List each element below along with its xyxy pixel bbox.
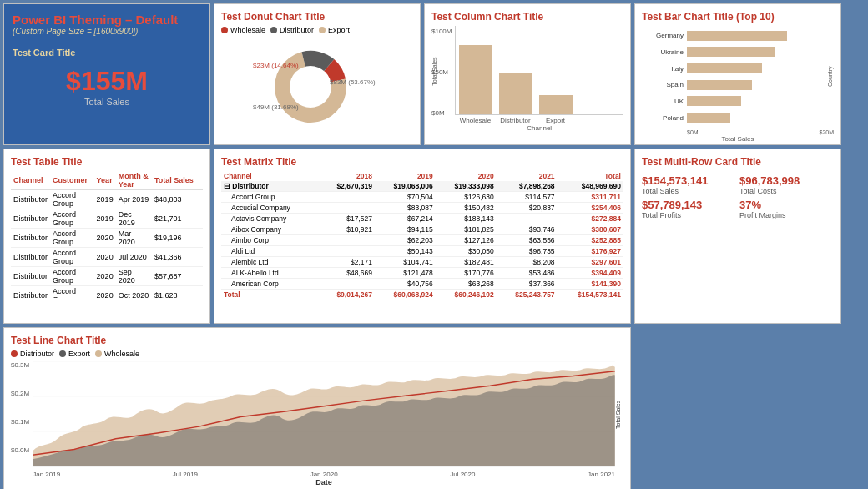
bar-row-poland: Poland bbox=[642, 113, 827, 123]
table-cell: $21,701 bbox=[152, 209, 203, 229]
col-bar-fill-wholesale bbox=[459, 45, 492, 114]
data-table: Channel Customer Year Month & Year Total… bbox=[11, 171, 203, 298]
table-cell: $57,687 bbox=[152, 267, 203, 286]
multirow-item-totalsales: $154,573,141 Total Sales bbox=[642, 174, 736, 195]
line-dot-distributor bbox=[11, 350, 18, 357]
legend-label-distributor: Distributor bbox=[280, 26, 314, 34]
multirow-item-profitmargins: 37% Profit Margins bbox=[739, 199, 834, 219]
table-cell: $41,366 bbox=[152, 248, 203, 267]
table-row: DistributorAccord Group2020Sep 2020$57,6… bbox=[11, 267, 203, 286]
bar-row-uk: UK bbox=[642, 96, 827, 106]
th-year: Year bbox=[94, 171, 116, 190]
table-scroll[interactable]: Channel Customer Year Month & Year Total… bbox=[11, 171, 203, 298]
legend-dot-wholesale bbox=[221, 27, 228, 33]
bar-label-germany: Germany bbox=[642, 32, 684, 39]
multirow-value-totalcosts: $96,783,998 bbox=[739, 174, 834, 187]
empty-cell bbox=[634, 327, 841, 489]
kpi-card-title: Test Card Title bbox=[13, 48, 201, 58]
title-card: Power BI Theming – Default (Custom Page … bbox=[3, 3, 210, 145]
x-tick-jan2021: Jan 2021 bbox=[588, 471, 615, 478]
matrix-scroll[interactable]: Channel 2018 2019 2020 2021 Total ⊟ Dist… bbox=[221, 171, 623, 298]
bar-fill-spain bbox=[687, 80, 752, 90]
matrix-row: Aldi Ltd$50,143$30,050$96,735$176,927 bbox=[221, 246, 623, 257]
line-legend-export: Export bbox=[59, 350, 90, 358]
table-cell: Accord Group bbox=[50, 267, 94, 286]
col-bar-fill-distributor bbox=[499, 73, 532, 114]
table-cell: Accord Group bbox=[50, 248, 94, 267]
matrix-row: Alembic Ltd$2,171$104,741$182,481$8,208$… bbox=[221, 257, 623, 268]
bar-x-label: Total Sales bbox=[642, 135, 834, 143]
svg-point-0 bbox=[290, 66, 331, 108]
table-cell: Accord Group bbox=[50, 286, 94, 299]
column-x-axis-label: Channel bbox=[455, 124, 623, 132]
col-label-distributor: Distributor bbox=[498, 117, 532, 124]
y-tick-1: $100M bbox=[431, 28, 452, 35]
donut-chart-card: Test Donut Chart Title Wholesale Distrib… bbox=[214, 3, 421, 145]
multirow-item-totalprofits: $57,789,143 Total Profits bbox=[642, 199, 736, 219]
line-legend-wholesale: Wholesale bbox=[95, 350, 139, 358]
matrix-row: ALK-Abello Ltd$48,669$121,478$170,776$53… bbox=[221, 268, 623, 279]
bar-title: Test Bar Chart Title (Top 10) bbox=[642, 11, 834, 23]
y-tick-00: $0.0M bbox=[11, 446, 29, 454]
matrix-card: Test Matrix Title Channel 2018 2019 2020… bbox=[214, 149, 631, 324]
multirow-value-totalprofits: $57,789,143 bbox=[642, 199, 736, 211]
donut-title: Test Donut Chart Title bbox=[221, 11, 413, 23]
line-label-export: Export bbox=[68, 350, 90, 358]
table-row: DistributorAccord Group2019Apr 2019$48,8… bbox=[11, 190, 203, 209]
table-cell: Distributor bbox=[11, 286, 50, 299]
main-title: Power BI Theming – Default bbox=[13, 13, 201, 27]
table-row: DistributorAccord Group2020Mar 2020$19,1… bbox=[11, 229, 203, 248]
th-channel: Channel bbox=[11, 171, 50, 190]
bar-row-ukraine: Ukraine bbox=[642, 47, 827, 57]
table-cell: Distributor bbox=[11, 209, 50, 229]
y-tick-03: $0.3M bbox=[11, 361, 29, 369]
table-cell: $48,803 bbox=[152, 190, 203, 209]
bar-row-spain: Spain bbox=[642, 80, 827, 90]
bar-label-spain: Spain bbox=[642, 81, 684, 88]
table-body: DistributorAccord Group2019Apr 2019$48,8… bbox=[11, 190, 203, 299]
table-cell: Sep 2020 bbox=[116, 267, 152, 286]
table-cell: 2020 bbox=[94, 229, 116, 248]
matrix-row: Aibox Company$10,921$94,115$181,825$93,7… bbox=[221, 224, 623, 235]
multirow-label-totalprofits: Total Profits bbox=[642, 211, 736, 219]
table-row: DistributorAccord Group2020Jul 2020$41,3… bbox=[11, 248, 203, 267]
svg-text:$23M (14.64%): $23M (14.64%) bbox=[253, 62, 299, 69]
y-tick-02: $0.2M bbox=[11, 390, 29, 397]
table-cell: $1,628 bbox=[152, 286, 203, 299]
line-svg bbox=[33, 361, 615, 467]
legend-dot-export bbox=[319, 27, 326, 33]
svg-text:$49M (31.68%): $49M (31.68%) bbox=[253, 103, 299, 111]
bar-x-ticks: $0M $20M bbox=[642, 129, 834, 135]
matrix-row: Actavis Company$17,527$67,214$188,143$27… bbox=[221, 214, 623, 224]
legend-wholesale: Wholesale bbox=[221, 26, 265, 34]
table-cell: Jul 2020 bbox=[116, 248, 152, 267]
column-title: Test Column Chart Title bbox=[431, 11, 623, 23]
col-bar-wholesale bbox=[459, 45, 492, 114]
bar-y-label: Country bbox=[827, 26, 834, 128]
mth-total: Total bbox=[558, 171, 623, 181]
legend-distributor: Distributor bbox=[270, 26, 314, 34]
line-x-ticks: Jan 2019 Jul 2019 Jan 2020 Jul 2020 Jan … bbox=[33, 471, 615, 478]
table-header-row: Channel Customer Year Month & Year Total… bbox=[11, 171, 203, 190]
mth-channel: Channel bbox=[221, 171, 320, 181]
th-month: Month & Year bbox=[116, 171, 152, 190]
mth-2019: 2019 bbox=[375, 171, 436, 181]
bar-rows: Germany Ukraine Italy Spain UK bbox=[642, 26, 827, 128]
line-label-wholesale: Wholesale bbox=[104, 350, 139, 358]
col-label-wholesale: Wholesale bbox=[458, 117, 492, 124]
line-title: Test Line Chart Title bbox=[11, 335, 623, 346]
line-label-distributor: Distributor bbox=[20, 350, 54, 358]
multirow-label-profitmargins: Profit Margins bbox=[739, 211, 834, 219]
line-svg-container: Jan 2019 Jul 2019 Jan 2020 Jul 2020 Jan … bbox=[33, 361, 615, 467]
matrix-title: Test Matrix Title bbox=[221, 156, 623, 168]
bar-fill-ukraine bbox=[687, 47, 775, 57]
matrix-group-header-row: ⊟ Distributor$2,670,319$19,068,006$19,33… bbox=[221, 181, 623, 192]
bar-row-germany: Germany bbox=[642, 31, 827, 41]
line-x-label: Date bbox=[33, 478, 615, 486]
x-tick-jan2020: Jan 2020 bbox=[310, 471, 338, 478]
legend-label-export: Export bbox=[328, 26, 350, 34]
bar-fill-uk bbox=[687, 96, 741, 106]
y-tick-01: $0.1M bbox=[11, 418, 29, 426]
matrix-row: Accudial Company$83,087$150,482$20,837$2… bbox=[221, 203, 623, 214]
matrix-row: Aimbo Corp$62,203$127,126$63,556$252,885 bbox=[221, 235, 623, 246]
